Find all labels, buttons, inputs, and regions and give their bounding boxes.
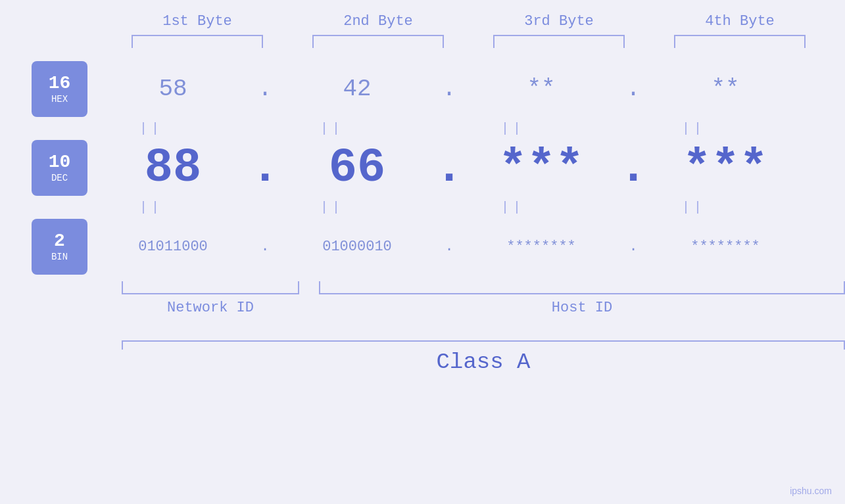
bin-badge-number: 2: [54, 231, 65, 252]
eq2-b4: ||: [621, 200, 766, 215]
bin-dot1: .: [245, 239, 285, 255]
dec-dot3-symbol: .: [619, 141, 647, 195]
bin-b2-cell: 01000010: [285, 239, 429, 255]
hex-badge: 16 HEX: [32, 61, 87, 117]
dec-b3-cell: ***: [469, 141, 614, 195]
bin-b1-cell: 01011000: [101, 239, 245, 255]
byte-4-label: 4th Byte: [667, 13, 812, 30]
class-bracket-top: [122, 340, 845, 342]
bin-dot3-symbol: .: [629, 239, 637, 255]
hex-dot2-symbol: .: [442, 76, 456, 103]
bin-b1-value: 01011000: [138, 239, 208, 255]
byte-1-label: 1st Byte: [125, 13, 270, 30]
eq1-b1: ||: [79, 121, 224, 136]
hex-dot1: .: [245, 76, 285, 103]
dec-values: 88 . 66 . *** . ***: [101, 141, 845, 195]
equals-row-2: || || || ||: [61, 200, 785, 215]
equals-row-1: || || || ||: [61, 121, 785, 136]
top-brackets: [107, 35, 831, 48]
dec-badge-number: 10: [49, 152, 71, 173]
dec-b3-value: ***: [498, 141, 584, 195]
bracket-top-3: [493, 35, 625, 48]
host-id-label: Host ID: [319, 300, 845, 316]
byte-2-label: 2nd Byte: [306, 13, 450, 30]
bin-row: 2 BIN 01011000 . 01000010 . ******** .: [0, 219, 845, 275]
hex-dot3: .: [614, 76, 653, 103]
bracket-top-2: [312, 35, 444, 48]
bin-values: 01011000 . 01000010 . ******** . *******…: [101, 239, 845, 255]
bin-b4-value: ********: [690, 239, 760, 255]
dec-b4-value: ***: [683, 141, 768, 195]
hex-dot2: .: [429, 76, 469, 103]
dec-b1-value: 88: [145, 141, 201, 195]
bracket-top-1: [132, 35, 263, 48]
dec-b2-value: 66: [329, 141, 385, 195]
hex-dot1-symbol: .: [258, 76, 272, 103]
bin-b4-cell: ********: [653, 239, 798, 255]
hex-b4-cell: **: [653, 76, 798, 103]
hex-badge-number: 16: [49, 74, 71, 94]
hex-b1-cell: 58: [101, 76, 245, 103]
byte-3-label: 3rd Byte: [487, 13, 631, 30]
dec-badge-label: DEC: [51, 173, 68, 183]
host-id-bracket: [319, 281, 845, 294]
bin-b3-cell: ********: [469, 239, 614, 255]
bin-dot1-symbol: .: [260, 239, 269, 255]
bin-dot2-symbol: .: [445, 239, 453, 255]
dec-b1-cell: 88: [101, 141, 245, 195]
id-labels-container: Network ID Host ID: [122, 281, 845, 321]
network-id-label: Network ID: [122, 300, 299, 316]
hex-values: 58 . 42 . ** . **: [101, 76, 845, 103]
dec-row: 10 DEC 88 . 66 . *** . ***: [0, 140, 845, 196]
hex-b2-value: 42: [343, 76, 371, 103]
hex-b3-cell: **: [469, 76, 614, 103]
bracket-top-4: [674, 35, 806, 48]
hex-b1-value: 58: [158, 76, 187, 103]
bin-b2-value: 01000010: [322, 239, 392, 255]
bin-badge: 2 BIN: [32, 219, 87, 275]
hex-dot3-symbol: .: [626, 76, 640, 103]
byte-headers: 1st Byte 2nd Byte 3rd Byte 4th Byte: [107, 13, 831, 30]
bin-dot3: .: [614, 239, 653, 255]
dec-dot2-symbol: .: [435, 141, 463, 195]
dec-dot1-symbol: .: [251, 141, 279, 195]
eq2-b2: ||: [260, 200, 404, 215]
dec-badge: 10 DEC: [32, 140, 87, 196]
dec-dot1: .: [245, 141, 285, 195]
hex-row: 16 HEX 58 . 42 . ** . **: [0, 61, 845, 117]
dec-b4-cell: ***: [653, 141, 798, 195]
bin-badge-label: BIN: [51, 252, 68, 262]
network-id-bracket: [122, 281, 299, 294]
class-container: Class A: [122, 340, 845, 380]
bin-b3-value: ********: [506, 239, 576, 255]
hex-badge-label: HEX: [51, 94, 68, 104]
class-bracket-left: [122, 340, 123, 350]
hex-b2-cell: 42: [285, 76, 429, 103]
dec-dot3: .: [614, 141, 653, 195]
dec-dot2: .: [429, 141, 469, 195]
eq2-b1: ||: [79, 200, 224, 215]
hex-b4-value: **: [711, 76, 739, 103]
eq1-b3: ||: [441, 121, 585, 136]
hex-b3-value: **: [527, 76, 555, 103]
eq2-b3: ||: [441, 200, 585, 215]
bin-dot2: .: [429, 239, 469, 255]
eq1-b4: ||: [621, 121, 766, 136]
class-a-label: Class A: [122, 350, 845, 375]
watermark: ipshu.com: [790, 486, 832, 496]
main-container: 1st Byte 2nd Byte 3rd Byte 4th Byte 16 H…: [0, 0, 845, 504]
dec-b2-cell: 66: [285, 141, 429, 195]
eq1-b2: ||: [260, 121, 404, 136]
